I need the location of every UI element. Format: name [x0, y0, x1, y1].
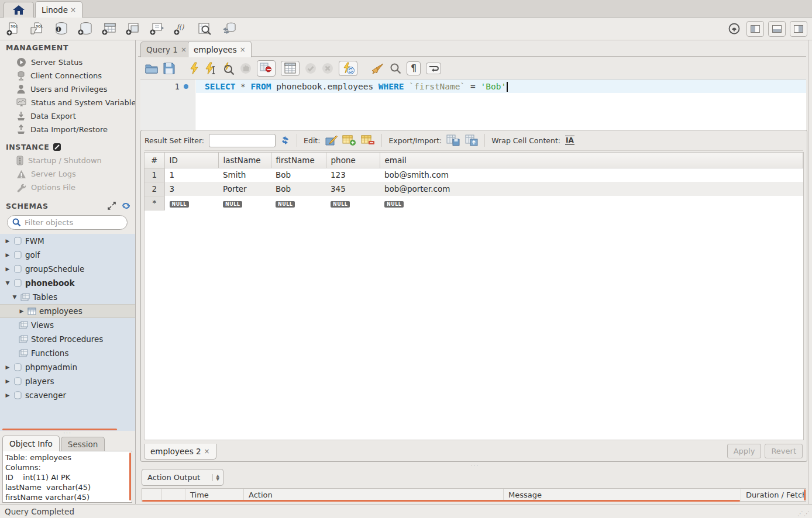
import-results-icon[interactable]: [465, 134, 478, 146]
toggle-right-panel-icon[interactable]: [790, 21, 807, 37]
close-icon[interactable]: ×: [70, 6, 76, 14]
export-results-icon[interactable]: [446, 134, 460, 146]
sidebar-item-server-status[interactable]: Server Status: [0, 56, 135, 69]
toggle-autocommit-icon[interactable]: [339, 61, 357, 76]
create-function-icon[interactable]: f(): [173, 20, 189, 37]
open-sql-script-icon[interactable]: SQL: [29, 20, 45, 37]
wrap-text-icon[interactable]: [426, 63, 441, 74]
toggle-bottom-panel-icon[interactable]: [768, 21, 786, 37]
refresh-schemas-icon[interactable]: [122, 202, 130, 210]
tree-item-schema[interactable]: ▶ phpmyadmin: [0, 360, 135, 374]
column-header-phone[interactable]: phone: [326, 153, 380, 168]
expand-schemas-icon[interactable]: [108, 202, 116, 210]
cell[interactable]: NULL: [164, 196, 218, 210]
new-sql-tab-icon[interactable]: SQL: [5, 20, 21, 37]
resize-grip-icon[interactable]: ⋰⋰: [797, 510, 810, 517]
output-vscrollbar[interactable]: [804, 489, 806, 500]
tree-item-table-employees[interactable]: ▶ employees: [0, 304, 135, 318]
sidebar-item-startup-shutdown[interactable]: Startup / Shutdown: [0, 154, 135, 167]
save-script-icon[interactable]: [163, 63, 175, 74]
tree-item-schema[interactable]: ▶ groupSchedule: [0, 262, 135, 276]
tab-query-1[interactable]: Query 1×: [140, 42, 192, 57]
sidebar-item-server-logs[interactable]: Server Logs: [0, 167, 135, 181]
tab-object-info[interactable]: Object Info: [2, 436, 60, 451]
tree-item-schema-phonebook[interactable]: ▼ phonebook: [0, 276, 135, 290]
result-filter-input[interactable]: [209, 134, 276, 147]
tree-item-schema[interactable]: ▶ FWM: [0, 234, 135, 248]
sidebar-item-status-system-variables[interactable]: Status and System Variables: [0, 96, 135, 109]
object-info-scrollbar[interactable]: [129, 453, 131, 500]
cell[interactable]: 345: [326, 182, 380, 196]
sidebar-item-client-connections[interactable]: Client Connections: [0, 69, 135, 82]
search-table-data-icon[interactable]: [197, 20, 213, 37]
cell[interactable]: NULL: [326, 196, 380, 210]
explain-icon[interactable]: [222, 62, 235, 75]
tree-scrollbar[interactable]: [2, 429, 117, 430]
commit-icon[interactable]: [305, 63, 316, 74]
column-header-rownum[interactable]: #: [144, 153, 164, 168]
execute-icon[interactable]: [189, 62, 199, 75]
beautify-icon[interactable]: [370, 63, 384, 74]
tree-item-views-folder[interactable]: Views: [0, 318, 135, 332]
cell[interactable]: NULL: [271, 196, 326, 210]
tab-employees-2[interactable]: employees 2×: [144, 444, 216, 460]
cell[interactable]: 123: [326, 168, 380, 182]
cell[interactable]: bob@smith.com: [380, 168, 803, 182]
reconnect-dbms-icon[interactable]: [221, 20, 237, 37]
output-col-duration[interactable]: Duration / Fetch: [741, 489, 806, 501]
tab-employees[interactable]: employees×: [188, 41, 252, 57]
sidebar-item-options-file[interactable]: Options File: [0, 181, 135, 194]
revert-button[interactable]: Revert: [765, 444, 803, 458]
output-col-time[interactable]: Time: [185, 489, 244, 501]
cell[interactable]: Bob: [271, 182, 326, 196]
cell[interactable]: 3: [164, 182, 218, 196]
find-icon[interactable]: [390, 63, 401, 74]
open-script-icon[interactable]: [145, 63, 158, 74]
output-col-action[interactable]: Action: [244, 489, 504, 501]
column-header-email[interactable]: email: [380, 153, 803, 168]
rollback-icon[interactable]: [322, 63, 333, 74]
sidebar-item-data-import[interactable]: Data Import/Restore: [0, 123, 135, 136]
close-icon[interactable]: ×: [204, 447, 210, 455]
output-hscrollbar[interactable]: [142, 500, 740, 502]
tab-session[interactable]: Session: [61, 437, 105, 451]
limit-rows-icon[interactable]: [281, 61, 300, 76]
cell[interactable]: Bob: [271, 168, 326, 182]
delete-row-icon[interactable]: [361, 134, 375, 146]
tree-item-functions-folder[interactable]: Functions: [0, 346, 135, 360]
refresh-results-icon[interactable]: [280, 136, 290, 145]
cell[interactable]: 1: [164, 168, 218, 182]
execute-current-statement-icon[interactable]: [205, 62, 216, 75]
cell[interactable]: Smith: [218, 168, 271, 182]
tree-item-schema[interactable]: ▶ scavenger: [0, 388, 135, 402]
schema-filter-input[interactable]: [25, 218, 112, 227]
column-header-firstname[interactable]: firstName: [271, 153, 326, 168]
sidebar-item-users-privileges[interactable]: Users and Privileges: [0, 82, 135, 96]
tree-item-schema[interactable]: ▶ golf: [0, 248, 135, 262]
toggle-left-panel-icon[interactable]: [746, 21, 764, 37]
sidebar-item-data-export[interactable]: Data Export: [0, 109, 135, 123]
edit-cell-icon[interactable]: [325, 134, 338, 146]
cell[interactable]: bob@porter.com: [380, 182, 803, 196]
column-header-id[interactable]: ID: [164, 153, 218, 168]
tree-item-tables-folder[interactable]: ▼ Tables: [0, 290, 135, 304]
cell[interactable]: NULL: [380, 196, 803, 210]
toggle-stop-on-error-icon[interactable]: [257, 60, 276, 77]
add-row-icon[interactable]: [342, 134, 356, 146]
output-selector[interactable]: Action Output ▲▼: [142, 469, 223, 486]
stop-icon[interactable]: [240, 63, 252, 74]
tree-item-stored-procedures-folder[interactable]: Stored Procedures: [0, 332, 135, 346]
close-icon[interactable]: ×: [181, 46, 187, 54]
show-invisibles-icon[interactable]: ¶: [407, 61, 421, 75]
schema-info-icon[interactable]: i: [53, 20, 69, 37]
apply-button[interactable]: Apply: [727, 444, 762, 458]
create-procedure-icon[interactable]: [149, 20, 165, 37]
close-icon[interactable]: ×: [240, 46, 246, 54]
status-circle-icon[interactable]: [726, 20, 742, 37]
connection-tab-linode[interactable]: Linode ×: [35, 1, 82, 18]
column-header-lastname[interactable]: lastName: [218, 153, 271, 168]
sql-statement[interactable]: SELECT * FROM phonebook.employees WHERE …: [205, 80, 508, 93]
create-table-icon[interactable]: [101, 20, 117, 37]
cell[interactable]: Porter: [218, 182, 271, 196]
cell[interactable]: NULL: [218, 196, 271, 210]
